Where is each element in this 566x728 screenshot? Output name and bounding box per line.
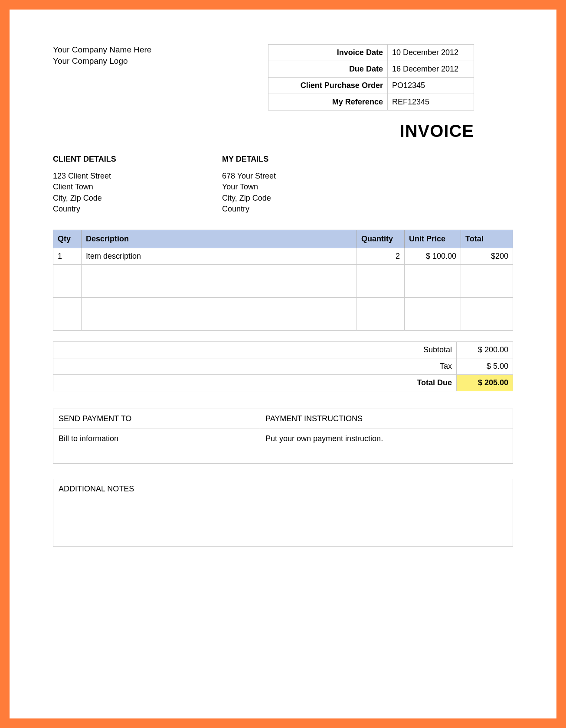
table-row <box>53 281 513 297</box>
header-area: Your Company Name Here Your Company Logo… <box>53 44 513 110</box>
cell-total <box>461 297 513 314</box>
cell-qty <box>53 264 82 281</box>
cpo-label: Client Purchase Order <box>268 78 388 94</box>
due-date-value: 16 December 2012 <box>387 61 474 78</box>
cell-qty: 1 <box>53 248 82 264</box>
myref-value: REF12345 <box>387 94 474 110</box>
client-details: CLIENT DETAILS 123 Client Street Client … <box>53 154 222 214</box>
subtotal-value: $ 200.00 <box>457 341 513 358</box>
cell-quantity <box>357 297 405 314</box>
table-row <box>53 264 513 281</box>
meta-table: Invoice Date 10 December 2012 Due Date 1… <box>268 44 474 110</box>
notes-heading: ADDITIONAL NOTES <box>53 479 513 499</box>
table-row <box>53 297 513 314</box>
invoice-page: Your Company Name Here Your Company Logo… <box>0 0 566 728</box>
items-table: Qty Description Quantity Unit Price Tota… <box>53 230 513 331</box>
col-unit: Unit Price <box>405 230 461 248</box>
client-line1: 123 Client Street <box>53 171 222 182</box>
client-details-heading: CLIENT DETAILS <box>53 154 222 165</box>
cell-desc <box>82 264 357 281</box>
my-line3: City, Zip Code <box>222 193 276 204</box>
cell-qty <box>53 281 82 297</box>
totals-table: Subtotal $ 200.00 Tax $ 5.00 Total Due $… <box>53 341 513 391</box>
cell-unit <box>405 314 461 330</box>
cell-unit <box>405 264 461 281</box>
invoice-title: INVOICE <box>53 121 474 141</box>
cell-unit <box>405 281 461 297</box>
cell-desc <box>82 281 357 297</box>
my-details: MY DETAILS 678 Your Street Your Town Cit… <box>222 154 276 214</box>
col-qty: Qty <box>53 230 82 248</box>
cell-desc: Item description <box>82 248 357 264</box>
cell-quantity <box>357 314 405 330</box>
myref-label: My Reference <box>268 94 388 110</box>
details-row: CLIENT DETAILS 123 Client Street Client … <box>53 154 513 214</box>
payment-table: SEND PAYMENT TO PAYMENT INSTRUCTIONS Bil… <box>53 409 513 464</box>
col-quantity: Quantity <box>357 230 405 248</box>
table-row: 1 Item description 2 $ 100.00 $200 <box>53 248 513 264</box>
my-line1: 678 Your Street <box>222 171 276 182</box>
company-name: Your Company Name Here <box>53 44 164 55</box>
invoice-date-label: Invoice Date <box>268 45 388 61</box>
payment-instructions-heading: PAYMENT INSTRUCTIONS <box>260 409 513 429</box>
cell-total <box>461 281 513 297</box>
cell-total <box>461 314 513 330</box>
invoice-date-value: 10 December 2012 <box>387 45 474 61</box>
col-total: Total <box>461 230 513 248</box>
due-date-label: Due Date <box>268 61 388 78</box>
notes-body <box>53 499 513 546</box>
cpo-value: PO12345 <box>387 78 474 94</box>
company-logo-placeholder: Your Company Logo <box>53 55 164 67</box>
client-line4: Country <box>53 204 222 214</box>
client-line2: Client Town <box>53 182 222 192</box>
my-line4: Country <box>222 204 276 214</box>
send-payment-body: Bill to information <box>53 429 260 463</box>
table-row <box>53 314 513 330</box>
my-details-heading: MY DETAILS <box>222 154 276 165</box>
cell-unit <box>405 297 461 314</box>
tax-value: $ 5.00 <box>457 358 513 374</box>
cell-total: $200 <box>461 248 513 264</box>
cell-qty <box>53 314 82 330</box>
subtotal-label: Subtotal <box>53 341 457 358</box>
cell-quantity <box>357 281 405 297</box>
cell-desc <box>82 314 357 330</box>
cell-total <box>461 264 513 281</box>
my-line2: Your Town <box>222 182 276 192</box>
send-payment-heading: SEND PAYMENT TO <box>53 409 260 429</box>
notes-table: ADDITIONAL NOTES <box>53 479 513 547</box>
payment-instructions-body: Put your own payment instruction. <box>260 429 513 463</box>
total-due-value: $ 205.00 <box>457 374 513 391</box>
total-due-label: Total Due <box>53 374 457 391</box>
company-block: Your Company Name Here Your Company Logo <box>53 44 164 66</box>
cell-qty <box>53 297 82 314</box>
cell-quantity <box>357 264 405 281</box>
client-line3: City, Zip Code <box>53 193 222 204</box>
cell-quantity: 2 <box>357 248 405 264</box>
cell-unit: $ 100.00 <box>405 248 461 264</box>
cell-desc <box>82 297 357 314</box>
tax-label: Tax <box>53 358 457 374</box>
col-desc: Description <box>82 230 357 248</box>
